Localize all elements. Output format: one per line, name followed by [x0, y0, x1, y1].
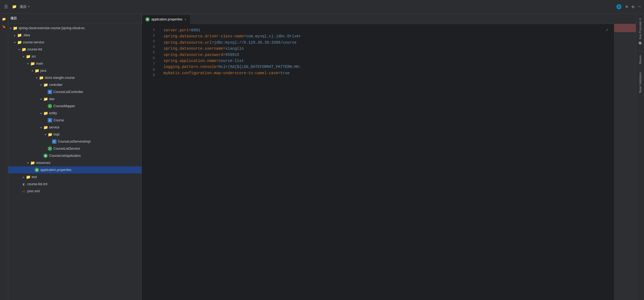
service-icon: 📁: [43, 125, 48, 130]
code-area[interactable]: server.port=8081spring.datasource.driver…: [158, 24, 614, 300]
tree-item-resources[interactable]: 📁resources: [8, 159, 142, 166]
tree-item-src[interactable]: 📁src: [8, 53, 142, 60]
project-label[interactable]: 项目: [20, 4, 27, 9]
tree-item-impl[interactable]: 📁impl: [8, 131, 142, 138]
idea-label: .idea: [23, 33, 30, 37]
layout-icon[interactable]: ⊞: [624, 3, 629, 10]
tab-bar: ✿ application.properties ×: [142, 14, 636, 24]
line-number-2: 2: [142, 33, 155, 39]
tree-item-idea[interactable]: 📁.idea: [8, 32, 142, 39]
tree-item-CourseListService[interactable]: ICourseListService: [8, 145, 142, 152]
minimap-highlight: [614, 24, 636, 32]
code-part-val-line-1: 8081: [191, 28, 200, 32]
right-panel-item-bookmarks[interactable]: 收藏夹: [637, 45, 643, 49]
entity-icon: 📁: [43, 111, 48, 116]
active-tab[interactable]: ✿ application.properties ×: [142, 15, 191, 24]
line-number-8: 8: [142, 67, 155, 73]
tree-item-entity[interactable]: 📁entity: [8, 110, 142, 117]
sidebar-icon-1[interactable]: 📁: [1, 16, 7, 22]
tree-item-root[interactable]: 📁spring-cloud-exercise-course [spring-cl…: [8, 25, 142, 32]
tree-item-store-xianglin-course[interactable]: 📁store.xianglin.course: [8, 74, 142, 81]
globe-icon[interactable]: 🌐: [615, 3, 623, 11]
right-panel-divider-1: [637, 43, 643, 43]
src-icon: 📁: [26, 54, 31, 59]
minimap: [614, 24, 636, 300]
tree-item-course-service[interactable]: 📁course-service: [8, 39, 142, 46]
tree-item-application.properties[interactable]: ✿application.properties: [8, 166, 142, 173]
right-panel: Key Promoter X收藏夹MavenBean Validation: [636, 14, 644, 300]
project-panel-header: 项目: [8, 14, 142, 23]
CourseMapper-icon: I: [47, 104, 52, 109]
test-icon: 📁: [26, 175, 31, 179]
main-label: main: [36, 62, 43, 65]
tree-item-service[interactable]: 📁service: [8, 124, 142, 131]
java-icon: 📁: [34, 68, 39, 73]
application.properties-icon: ✿: [34, 167, 39, 172]
sidebar-icon-2[interactable]: 🔖: [1, 23, 7, 30]
project-dropdown-icon[interactable]: ▾: [28, 5, 30, 9]
tree-item-course-list.iml[interactable]: ◧course-list.iml: [8, 181, 142, 188]
CourseMapper-label: CourseMapper: [53, 104, 75, 108]
course-service-icon: 📁: [17, 40, 22, 45]
CourseListController-icon: C: [47, 89, 52, 94]
toolbar-actions: 🌐 ⊞ ⚙ —: [615, 3, 642, 11]
gear-icon[interactable]: ⚙: [631, 3, 636, 11]
service-label: service: [49, 125, 59, 129]
code-part-eq-line-5: =: [223, 53, 225, 57]
tree-item-CourseListServiceImpl[interactable]: CCourseListServiceImpl: [8, 138, 142, 145]
code-part-key-line-3: spring.datasource.url: [164, 40, 212, 45]
tree-item-Course[interactable]: CCourse: [8, 117, 142, 124]
course-list.iml-icon: ◧: [21, 182, 26, 187]
tree-item-controller[interactable]: 📁controller: [8, 81, 142, 88]
line-numbers: 123456789: [142, 24, 158, 300]
code-part-key-line-6: spring.application.name: [164, 59, 216, 63]
minimize-icon[interactable]: —: [637, 3, 642, 10]
right-panel-item-bean-validation[interactable]: Bean Validation: [637, 70, 643, 95]
code-part-eq-line-7: =: [216, 65, 218, 69]
tab-close-button[interactable]: ×: [184, 17, 187, 22]
resources-icon: 📁: [30, 160, 35, 165]
project-panel: 项目 📁spring-cloud-exercise-course [spring…: [8, 14, 142, 300]
course-list-label: course-list: [27, 47, 42, 51]
code-line-9: [164, 76, 609, 82]
code-line-3: spring.datasource.url=jdbc:mysql://8.129…: [164, 40, 609, 46]
code-part-key-line-2: spring.datasource.driver-class-name: [164, 34, 244, 38]
tree-item-course-list[interactable]: 📁course-list: [8, 46, 142, 53]
line-number-7: 7: [142, 61, 155, 67]
editor-area: ✿ application.properties × 123456789 ser…: [142, 14, 636, 300]
code-part-key-line-4: spring.datasource.username: [164, 46, 223, 51]
pom.xml-label: pom.xml: [27, 189, 40, 193]
CourseListService-label: CourseListService: [53, 147, 80, 151]
code-part-key-line-8: mybatis.configuration.map-underscore-to-…: [164, 71, 278, 75]
application.properties-label: application.properties: [40, 168, 71, 172]
course-service-label: course-service: [23, 40, 44, 44]
line-number-5: 5: [142, 50, 155, 56]
toolbar: ☰ 📁 项目 ▾ 🌐 ⊞ ⚙ —: [0, 0, 644, 14]
line-number-1: 1: [142, 27, 155, 33]
code-line-1: server.port=8081: [164, 27, 609, 33]
code-part-eq-line-6: =: [216, 59, 218, 63]
code-part-key-line-5: spring.datasource.password: [164, 53, 223, 57]
right-panel-item-maven[interactable]: Maven: [637, 53, 643, 66]
tree-item-pom.xml[interactable]: mpom.xml: [8, 188, 142, 195]
tree-item-java[interactable]: 📁java: [8, 67, 142, 74]
resources-label: resources: [36, 161, 50, 165]
CourseListController-label: CourseListController: [53, 90, 83, 94]
Course-label: Course: [53, 118, 64, 122]
tree-item-test[interactable]: 📁test: [8, 173, 142, 181]
right-panel-item-key-promoter[interactable]: Key Promoter X: [637, 16, 643, 41]
entity-label: entity: [49, 111, 57, 115]
tree-item-CourseMapper[interactable]: ICourseMapper: [8, 103, 142, 110]
checkmark-icon: ✓: [606, 27, 609, 33]
tab-spring-icon: ✿: [145, 17, 150, 22]
tree-item-CourseListApplication[interactable]: ✿CourseListApplication: [8, 152, 142, 159]
tree-item-dao[interactable]: 📁dao: [8, 95, 142, 103]
course-list-icon: 📁: [21, 47, 26, 52]
line-number-4: 4: [142, 44, 155, 50]
CourseListServiceImpl-icon: C: [52, 139, 57, 144]
tree-item-main[interactable]: 📁main: [8, 60, 142, 67]
hamburger-icon[interactable]: ☰: [2, 3, 10, 11]
tree-item-CourseListController[interactable]: CCourseListController: [8, 88, 142, 95]
root-icon: 📁: [13, 26, 17, 31]
code-part-eq-line-3: =: [212, 40, 214, 45]
